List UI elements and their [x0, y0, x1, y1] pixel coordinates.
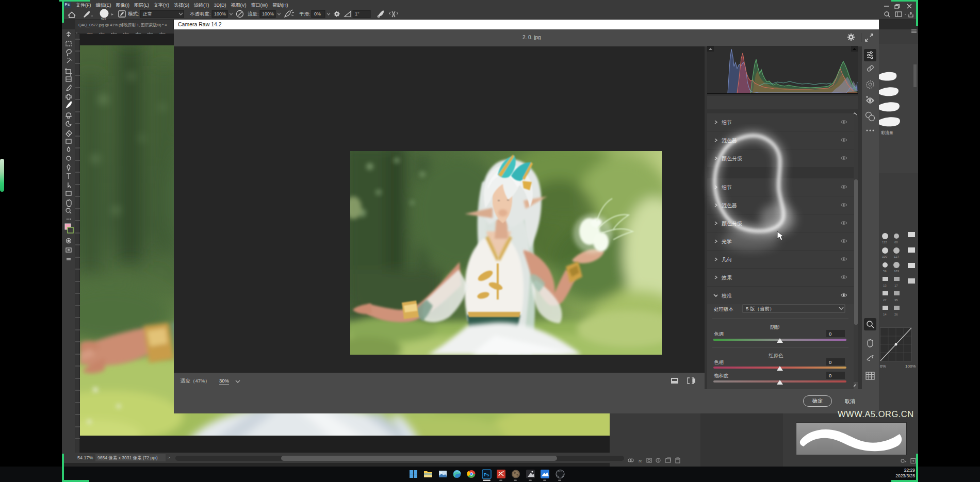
svg-text:0: 0 — [829, 359, 831, 365]
svg-text:5 版（当前）: 5 版（当前） — [746, 306, 774, 311]
svg-text:300: 300 — [87, 32, 93, 34]
svg-text:处理版本: 处理版本 — [714, 306, 734, 312]
svg-text:流量:: 流量: — [248, 11, 259, 16]
svg-text:35: 35 — [894, 298, 898, 302]
svg-text:正常: 正常 — [142, 11, 152, 16]
svg-text:900: 900 — [159, 32, 166, 34]
svg-text:183: 183 — [894, 270, 900, 273]
svg-text:17: 17 — [894, 284, 898, 287]
svg-text:100%: 100% — [214, 11, 226, 16]
svg-text:500: 500 — [111, 32, 117, 34]
svg-text:100%: 100% — [262, 11, 274, 16]
svg-text:fx: fx — [639, 459, 642, 463]
svg-text:112: 112 — [882, 241, 887, 244]
svg-text:阴影: 阴影 — [770, 324, 780, 330]
svg-text:60: 60 — [894, 241, 898, 244]
svg-text:100: 100 — [882, 255, 888, 258]
svg-text:14: 14 — [883, 313, 887, 316]
svg-text:1°: 1° — [355, 11, 360, 16]
svg-text:400: 400 — [99, 32, 105, 34]
svg-text:800: 800 — [147, 32, 153, 34]
svg-text:饱和度: 饱和度 — [714, 373, 729, 378]
svg-text:27: 27 — [883, 298, 887, 302]
svg-text:色调: 色调 — [714, 331, 724, 337]
svg-text:59: 59 — [883, 270, 887, 273]
svg-text:127: 127 — [894, 255, 900, 258]
svg-text:不透明度:: 不透明度: — [190, 11, 211, 16]
svg-text:0: 0 — [829, 331, 831, 337]
svg-text:0: 0 — [829, 373, 831, 378]
svg-text:Ps: Ps — [484, 472, 489, 477]
svg-text:红原色: 红原色 — [769, 353, 783, 358]
svg-text:600: 600 — [123, 32, 129, 34]
svg-text:13: 13 — [883, 284, 887, 287]
svg-text:26: 26 — [894, 313, 898, 316]
svg-text:平滑:: 平滑: — [299, 11, 311, 16]
svg-text:0%: 0% — [314, 11, 321, 16]
svg-text:色相: 色相 — [714, 359, 724, 365]
svg-text:模式:: 模式: — [128, 11, 139, 16]
svg-text:700: 700 — [135, 32, 141, 34]
svg-text:彩流量: 彩流量 — [881, 130, 893, 135]
